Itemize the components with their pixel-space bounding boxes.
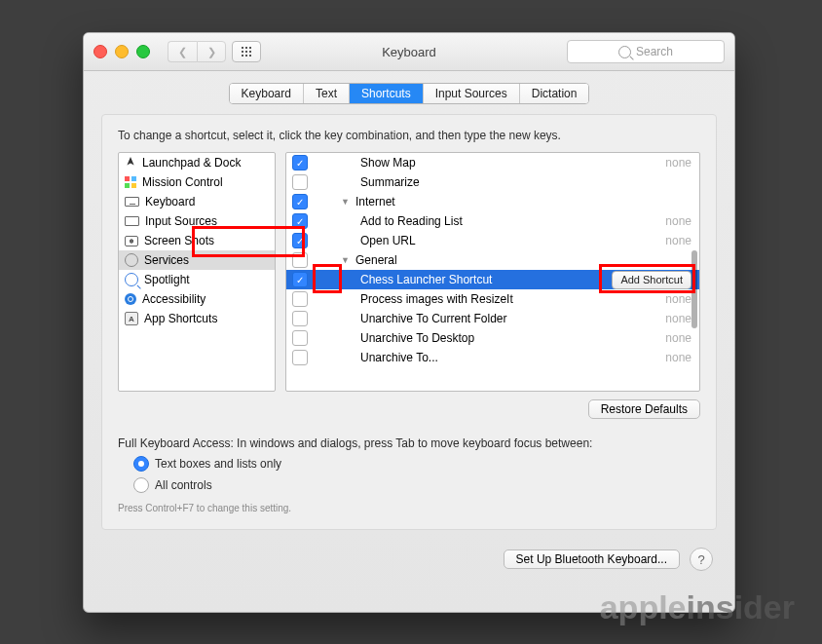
category-launchpad-dock[interactable]: Launchpad & Dock	[119, 153, 275, 172]
checkbox[interactable]	[292, 213, 308, 229]
category-label: Spotlight	[144, 273, 190, 286]
help-button[interactable]: ?	[690, 548, 713, 571]
as-icon: A	[125, 312, 138, 325]
shortcuts-panel: To change a shortcut, select it, click t…	[101, 114, 717, 530]
tab-input-sources[interactable]: Input Sources	[424, 84, 520, 103]
radio-label: Text boxes and lists only	[155, 457, 281, 471]
keyboard-access-heading: Full Keyboard Access: In windows and dia…	[118, 436, 700, 450]
service-item[interactable]: Summarize	[286, 172, 699, 192]
category-label: Input Sources	[145, 214, 217, 228]
category-list[interactable]: Launchpad & DockMission ControlKeyboardI…	[118, 152, 276, 392]
grid-icon	[241, 46, 252, 57]
grid-icon	[125, 176, 136, 188]
service-item[interactable]: Show Mapnone	[286, 153, 699, 172]
setup-bluetooth-keyboard-button[interactable]: Set Up Bluetooth Keyboard...	[504, 549, 680, 569]
flag-icon	[125, 216, 139, 226]
service-item[interactable]: Add to Reading Listnone	[286, 211, 699, 231]
category-keyboard[interactable]: Keyboard	[119, 192, 275, 211]
nav-cluster: ❮ ❯	[168, 41, 226, 62]
shortcut-value: none	[665, 234, 691, 247]
disclosure-triangle-icon[interactable]: ▼	[341, 255, 350, 265]
service-group[interactable]: ▼Internet	[286, 192, 699, 211]
checkbox[interactable]	[292, 311, 308, 326]
acc-icon	[125, 293, 136, 305]
radio-text-boxes-only[interactable]: Text boxes and lists only	[133, 456, 700, 472]
instruction-label: To change a shortcut, select it, click t…	[118, 129, 700, 142]
checkbox[interactable]	[292, 233, 308, 248]
category-screen-shots[interactable]: Screen Shots	[119, 231, 275, 250]
item-label: Internet	[355, 195, 691, 208]
category-mission-control[interactable]: Mission Control	[119, 172, 275, 192]
service-item[interactable]: Process images with ResizeItnone	[286, 289, 699, 309]
item-label: Summarize	[360, 175, 691, 189]
minimize-window-button[interactable]	[115, 45, 129, 58]
titlebar: ❮ ❯ Keyboard Search	[84, 33, 734, 71]
shortcut-value: none	[665, 292, 691, 306]
gear-icon	[125, 253, 138, 267]
shortcut-value: none	[665, 351, 691, 364]
checkbox[interactable]	[292, 291, 308, 307]
checkbox[interactable]	[292, 155, 308, 170]
service-item[interactable]: Unarchive To Current Foldernone	[286, 309, 699, 328]
item-label: Add to Reading List	[360, 214, 659, 228]
disclosure-triangle-icon[interactable]: ▼	[341, 197, 350, 207]
kbd-icon	[125, 197, 139, 207]
shortcut-value: none	[665, 331, 691, 345]
checkbox[interactable]	[292, 330, 308, 346]
spot-icon	[125, 273, 138, 286]
keyboard-access-hint: Press Control+F7 to change this setting.	[118, 503, 700, 513]
category-label: Accessibility	[142, 292, 206, 306]
rocket-icon	[125, 157, 136, 169]
tab-keyboard[interactable]: Keyboard	[230, 84, 304, 103]
tab-text[interactable]: Text	[304, 84, 350, 103]
item-label: Chess Launcher Shortcut	[360, 273, 606, 286]
category-label: Mission Control	[142, 175, 223, 189]
category-label: Screen Shots	[144, 234, 214, 247]
shortcut-list[interactable]: Show MapnoneSummarize▼InternetAdd to Rea…	[285, 152, 700, 392]
nav-forward-button[interactable]: ❯	[197, 41, 226, 62]
service-item[interactable]: Chess Launcher ShortcutAdd Shortcut	[286, 270, 699, 289]
nav-back-button[interactable]: ❮	[168, 41, 197, 62]
item-label: Unarchive To...	[360, 351, 659, 364]
item-label: Open URL	[360, 234, 659, 247]
radio-icon	[133, 477, 149, 493]
watermark: appleinsider	[600, 588, 795, 626]
radio-all-controls[interactable]: All controls	[133, 477, 700, 493]
category-input-sources[interactable]: Input Sources	[119, 211, 275, 231]
category-services[interactable]: Services	[119, 250, 275, 270]
category-accessibility[interactable]: Accessibility	[119, 289, 275, 309]
service-group[interactable]: ▼General	[286, 250, 699, 270]
checkbox[interactable]	[292, 350, 308, 365]
add-shortcut-button[interactable]: Add Shortcut	[612, 271, 691, 289]
close-window-button[interactable]	[93, 45, 107, 58]
shortcut-value: none	[665, 312, 691, 325]
category-spotlight[interactable]: Spotlight	[119, 270, 275, 289]
tab-shortcuts[interactable]: Shortcuts	[350, 84, 424, 103]
footer-row: Set Up Bluetooth Keyboard... ?	[84, 548, 734, 571]
shortcut-value: none	[665, 214, 691, 228]
scrollbar-thumb[interactable]	[691, 250, 697, 328]
checkbox[interactable]	[292, 194, 308, 209]
shortcut-value: none	[665, 156, 691, 170]
tab-dictation[interactable]: Dictation	[520, 84, 589, 103]
checkbox[interactable]	[292, 252, 308, 268]
cam-icon	[125, 236, 138, 246]
restore-defaults-button[interactable]: Restore Defaults	[588, 399, 700, 419]
checkbox[interactable]	[292, 174, 308, 190]
zoom-window-button[interactable]	[136, 45, 150, 58]
category-label: App Shortcuts	[144, 312, 217, 325]
checkbox[interactable]	[292, 272, 308, 287]
item-label: Unarchive To Current Folder	[360, 312, 659, 325]
pane-tabs: Keyboard Text Shortcuts Input Sources Di…	[229, 83, 590, 104]
item-label: Process images with ResizeIt	[360, 292, 659, 306]
search-field[interactable]: Search	[567, 40, 725, 63]
category-label: Services	[144, 253, 189, 267]
search-placeholder: Search	[636, 45, 673, 58]
service-item[interactable]: Unarchive To...none	[286, 348, 699, 367]
category-label: Launchpad & Dock	[142, 156, 241, 170]
service-item[interactable]: Unarchive To Desktopnone	[286, 328, 699, 348]
category-app-shortcuts[interactable]: AApp Shortcuts	[119, 309, 275, 328]
show-all-button[interactable]	[232, 41, 261, 62]
service-item[interactable]: Open URLnone	[286, 231, 699, 250]
search-icon	[618, 46, 631, 58]
